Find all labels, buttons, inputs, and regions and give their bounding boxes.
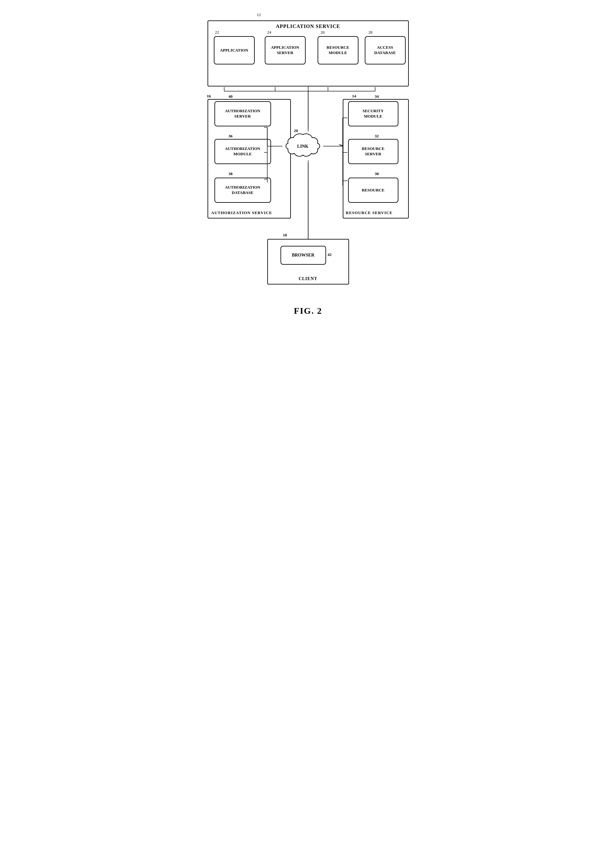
ref-34: 34 <box>375 94 379 99</box>
authorization-module-box: AUTHORIZATIONMODULE <box>214 139 271 164</box>
ref-14: 14 <box>352 94 356 99</box>
svg-text:LINK: LINK <box>297 144 308 149</box>
ref-28: 28 <box>368 30 373 35</box>
resource-service-outer-box: 34 SECURITYMODULE 32 RESOURCESERVER 30 R… <box>343 99 409 219</box>
access-database-box: ACCESSDATABASE <box>365 36 406 65</box>
ref-38: 38 <box>229 171 233 176</box>
resource-service-label: RESOURCE SERVICE <box>346 210 393 216</box>
ref-22: 22 <box>215 30 219 35</box>
client-outer-box: BROWSER 42 CLIENT <box>267 239 349 285</box>
authorization-database-box: AUTHORIZATIONDATABASE <box>214 178 271 203</box>
resource-module-box: RESOURCEMODULE <box>317 36 359 65</box>
figure-label: FIG. 2 <box>198 306 418 316</box>
ref-26: 26 <box>321 30 325 35</box>
security-module-box: SECURITYMODULE <box>348 101 399 126</box>
application-box: APPLICATION <box>214 36 255 65</box>
resource-server-box: RESOURCESERVER <box>348 139 399 164</box>
link-cloud: LINK <box>282 131 323 163</box>
ref-30: 30 <box>375 171 379 176</box>
ref-16: 16 <box>207 94 211 99</box>
ref-40: 40 <box>229 94 233 99</box>
ref-12: 12 <box>257 12 261 17</box>
application-server-box: APPLICATIONSERVER <box>265 36 306 65</box>
resource-box: RESOURCE <box>348 178 399 203</box>
authorization-server-box: AUTHORIZATIONSERVER <box>214 101 271 126</box>
ref-32: 32 <box>375 134 379 139</box>
client-label: CLIENT <box>268 276 348 281</box>
application-service-title: APPLICATION SERVICE <box>208 23 408 29</box>
ref-24: 24 <box>267 30 271 35</box>
ref-18: 18 <box>283 232 287 238</box>
browser-box: BROWSER <box>280 246 326 265</box>
authorization-service-outer-box: 40 AUTHORIZATIONSERVER 36 AUTHORIZATIONM… <box>208 99 291 219</box>
ref-36: 36 <box>229 134 233 139</box>
application-service-outer-box: 12 APPLICATION SERVICE 22 APPLICATION 24… <box>208 20 409 86</box>
authorization-service-label: AUTHORIZATION SERVICE <box>211 210 272 216</box>
ref-42: 42 <box>328 252 332 257</box>
